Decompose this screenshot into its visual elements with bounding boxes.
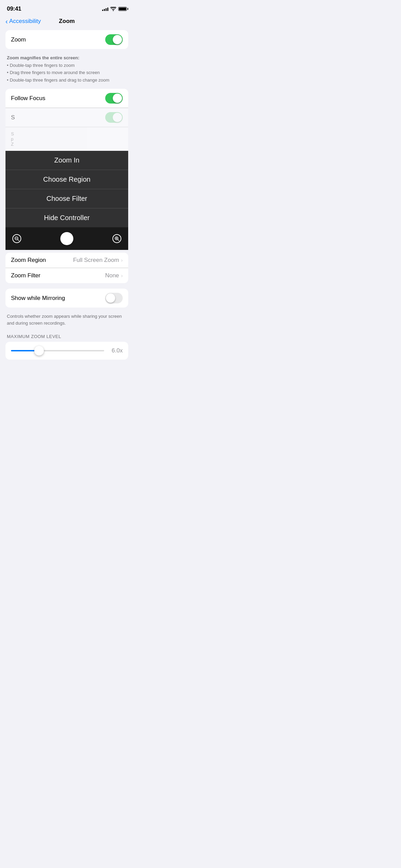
zoom-toggle-label: Zoom <box>11 36 26 43</box>
wifi-icon <box>110 7 116 11</box>
page-title: Zoom <box>59 18 75 25</box>
bullet-1: • Double-tap three fingers to zoom <box>7 62 127 69</box>
chevron-right-icon: › <box>121 257 123 263</box>
zoom-options-card: Zoom Region Full Screen Zoom › Zoom Filt… <box>5 253 128 283</box>
zoom-region-value: Full Screen Zoom › <box>73 257 123 264</box>
bullet-2: • Drag three fingers to move around the … <box>7 69 127 76</box>
description-heading: Zoom magnifies the entire screen: <box>7 55 80 60</box>
status-time: 09:41 <box>7 5 21 12</box>
battery-icon <box>118 7 127 11</box>
zoom-region-label: Zoom Region <box>11 257 46 264</box>
signal-icon <box>102 7 108 11</box>
zoom-filter-row[interactable]: Zoom Filter None › <box>5 268 128 283</box>
svg-line-5 <box>118 240 119 241</box>
chevron-right-icon-2: › <box>121 273 123 278</box>
toggle-thumb <box>113 94 122 103</box>
back-label: Accessibility <box>9 18 41 25</box>
mirroring-row: Show while Mirroring <box>5 289 128 308</box>
slider-row: 6.0x <box>11 347 123 354</box>
chevron-left-icon: ‹ <box>5 18 8 25</box>
svg-point-0 <box>113 10 113 11</box>
svg-line-2 <box>18 240 19 241</box>
slider-thumb[interactable] <box>34 346 44 355</box>
mirroring-toggle[interactable] <box>105 293 123 303</box>
slider-track-wrapper <box>11 350 104 351</box>
context-menu: Zoom In Choose Region Choose Filter Hide… <box>5 151 128 250</box>
choose-region-item[interactable]: Choose Region <box>5 170 128 189</box>
zoom-in-icon[interactable] <box>112 234 121 243</box>
follow-focus-toggle[interactable] <box>105 93 123 104</box>
partial-row-2: SpZ <box>5 127 128 151</box>
nav-header: ‹ Accessibility Zoom <box>0 15 134 30</box>
zoom-toggle-card: Zoom <box>5 30 128 49</box>
zoom-filter-label: Zoom Filter <box>11 272 40 279</box>
zoom-region-row[interactable]: Zoom Region Full Screen Zoom › <box>5 253 128 268</box>
hide-controller-item[interactable]: Hide Controller <box>5 208 128 227</box>
zoom-toggle[interactable] <box>105 34 123 45</box>
toggle-thumb <box>106 293 115 303</box>
back-button[interactable]: ‹ Accessibility <box>5 18 41 25</box>
zoom-toggle-row: Zoom <box>5 30 128 49</box>
status-icons <box>102 7 127 11</box>
mirroring-description: Controls whether zoom appears while shar… <box>0 310 134 332</box>
zoom-description: Zoom magnifies the entire screen: • Doub… <box>0 52 134 89</box>
mirroring-label: Show while Mirroring <box>11 295 65 302</box>
status-bar: 09:41 <box>0 0 134 15</box>
max-zoom-section-label: MAXIMUM ZOOM LEVEL <box>0 332 134 342</box>
follow-focus-label: Follow Focus <box>11 95 45 102</box>
mirroring-card: Show while Mirroring <box>5 289 128 308</box>
bullet-3: • Double-tap three fingers and drag to c… <box>7 77 127 84</box>
zoom-in-item[interactable]: Zoom In <box>5 151 128 170</box>
partial-row-1: S <box>5 108 128 127</box>
zoom-filter-value: None › <box>105 272 123 279</box>
zoom-level-value: 6.0x <box>108 347 123 354</box>
follow-focus-row: Follow Focus <box>5 89 128 108</box>
zoom-slider-bar <box>5 227 128 250</box>
choose-filter-item[interactable]: Choose Filter <box>5 189 128 208</box>
zoom-out-icon[interactable] <box>12 234 21 243</box>
zoom-thumb[interactable] <box>60 232 73 245</box>
slider-track <box>11 350 104 351</box>
toggle-thumb <box>113 35 122 44</box>
zoom-level-slider-card: 6.0x <box>5 342 128 360</box>
